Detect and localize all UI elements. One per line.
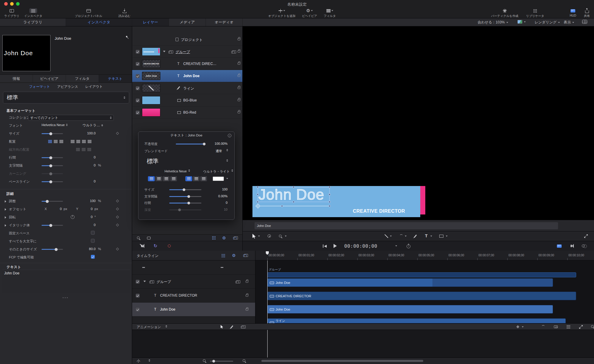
selection-handle[interactable]	[257, 201, 259, 203]
zoom-fit-dropdown[interactable]: 合わせる：103%	[478, 20, 508, 25]
tab-library[interactable]: ライブラリ	[0, 18, 66, 26]
monospace-checkbox[interactable]	[91, 231, 95, 235]
valign-top-button[interactable]	[185, 176, 192, 181]
hud-toggle-button[interactable]: HUD	[570, 8, 576, 17]
layer-row-project[interactable]: プロジェクト	[132, 34, 242, 46]
panels-icon[interactable]	[243, 255, 247, 257]
tab-behaviors[interactable]: ビヘイビア	[33, 75, 66, 82]
lock-icon[interactable]	[246, 295, 248, 297]
layer-checkbox[interactable]	[136, 308, 140, 311]
library-button[interactable]: ライブラリ	[4, 8, 19, 18]
bezier-tool-button[interactable]	[399, 234, 403, 238]
mini-timeline-bar[interactable]: John Doe	[255, 222, 558, 229]
paint-stroke-tool-button[interactable]	[414, 235, 417, 238]
loop-icon[interactable]: ↻	[154, 243, 157, 249]
allcaps-checkbox[interactable]	[91, 239, 95, 243]
justify-left-button[interactable]	[71, 140, 75, 143]
style-preset-dropdown[interactable]: 標準	[3, 92, 129, 104]
tracking-value[interactable]: 0	[71, 163, 96, 167]
animation-area[interactable]	[132, 330, 594, 357]
layer-checkbox[interactable]	[136, 98, 140, 102]
layer-row-line[interactable]: ライン	[132, 82, 242, 94]
speaker-icon[interactable]	[571, 245, 572, 247]
italic-slider[interactable]	[42, 225, 63, 226]
justify-button[interactable]	[170, 176, 177, 181]
kerning-slider[interactable]	[42, 173, 63, 174]
hud-font-family-popup[interactable]: Helvetica Neue	[165, 169, 190, 173]
canvas-banner-group[interactable]: John Doe CREATIVE DIRECTOR	[252, 186, 425, 217]
render-dropdown[interactable]: レンダリング	[535, 20, 560, 25]
fullscreen-icon[interactable]	[584, 234, 588, 238]
text-content-field[interactable]: John Doe	[2, 270, 130, 293]
line-spacing-slider[interactable]	[42, 157, 63, 158]
stepper-icon[interactable]	[148, 359, 150, 362]
selection-handle[interactable]	[293, 186, 295, 188]
font-face-popup[interactable]: ウルトラ…	[83, 123, 103, 128]
baseline-value[interactable]: 0	[71, 179, 96, 183]
anchor-point-icon[interactable]	[256, 204, 260, 208]
offset-x-value[interactable]: 0	[50, 207, 62, 211]
opacity-slider[interactable]	[176, 144, 206, 144]
selection-handle[interactable]	[328, 186, 331, 188]
disclosure-icon[interactable]	[163, 51, 165, 52]
hud-depth-value[interactable]: 10	[213, 208, 228, 211]
select-tool-button[interactable]	[252, 234, 256, 240]
italic-value[interactable]: 0	[71, 223, 96, 227]
fit-view-icon[interactable]	[579, 325, 583, 329]
allcaps-size-value[interactable]: 80.0	[71, 247, 96, 251]
layer-checkbox[interactable]	[136, 50, 140, 54]
lock-icon[interactable]	[238, 50, 240, 53]
lock-icon[interactable]	[246, 281, 248, 283]
lock-icon[interactable]	[246, 309, 248, 311]
resize-handle[interactable]	[65, 297, 66, 298]
valign-bottom-button[interactable]	[87, 148, 91, 151]
canvas-area[interactable]: John Doe CREATIVE DIRECTOR John Doe	[243, 26, 594, 251]
hud-line-value[interactable]: 0	[213, 201, 228, 204]
zoom-out-icon[interactable]	[203, 359, 206, 362]
tab-inspector[interactable]: インスペクタ	[66, 18, 132, 26]
cursor-icon[interactable]	[220, 325, 223, 329]
group-track-bar[interactable]	[267, 272, 576, 277]
filmstrip-icon[interactable]	[212, 236, 216, 240]
keyframe-icon[interactable]	[116, 132, 119, 135]
selection-handle[interactable]	[257, 193, 259, 195]
tab-text[interactable]: テキスト	[99, 75, 132, 82]
go-to-start-button[interactable]	[323, 244, 327, 248]
justify-full-button[interactable]	[88, 140, 91, 143]
chevron-down-icon[interactable]	[395, 245, 397, 247]
layer-row-bg-blue[interactable]: BG-Blue	[132, 94, 242, 107]
timeline-zoom-slider[interactable]	[210, 361, 233, 362]
keyframe-icon[interactable]	[116, 224, 119, 227]
valign-middle-button[interactable]	[193, 176, 200, 181]
layer-row-john-doe[interactable]: John Doe T John Doe	[132, 70, 242, 82]
play-button[interactable]	[334, 244, 337, 248]
opacity-value[interactable]: 100.00%	[208, 142, 228, 145]
hud-panel[interactable]: テキスト：John Doe i 不透明度 100.00% ブレンドモード 通常 …	[138, 131, 235, 220]
color-channel-dropdown[interactable]	[517, 20, 526, 24]
keyframe-icon[interactable]	[116, 200, 119, 203]
lock-icon[interactable]	[238, 99, 240, 101]
playhead-line[interactable]	[267, 330, 268, 357]
filter-shape-icon[interactable]	[147, 237, 151, 239]
inspector-button[interactable]: インスペクタ	[24, 8, 42, 18]
zoom-icon[interactable]	[591, 325, 594, 328]
horizontal-scrollbar[interactable]	[261, 360, 423, 362]
mute-icon[interactable]	[141, 245, 143, 247]
stepper-icon[interactable]	[165, 325, 167, 328]
behaviors-button[interactable]: ⚙ ビヘイビア	[302, 8, 317, 18]
keyframe-icon[interactable]	[116, 216, 119, 219]
timeline-tracks[interactable]: グループ John Doe CREATIVE DIRECTOR John Doe…	[255, 260, 594, 323]
selection-handle[interactable]	[328, 201, 331, 203]
disclosure-icon[interactable]	[5, 224, 6, 227]
baseline-handle[interactable]	[328, 205, 331, 207]
timecode-display[interactable]: 00:00:00;00	[344, 243, 377, 249]
hud-font-face-popup[interactable]: ウルトラ・ライト	[203, 169, 233, 174]
hud-size-slider[interactable]	[169, 189, 201, 190]
make-particles-button[interactable]: パーティクルを作成	[491, 8, 518, 18]
text-color-well[interactable]	[213, 177, 224, 181]
align-left-button[interactable]	[48, 140, 52, 143]
layer-row-creative-director[interactable]: CREATIVE DIRECTOR T CREATIVE DIREC…	[132, 58, 242, 70]
align-center-button[interactable]	[155, 176, 162, 181]
keyframe-icon[interactable]	[116, 248, 119, 251]
layer-checkbox[interactable]	[136, 86, 140, 90]
